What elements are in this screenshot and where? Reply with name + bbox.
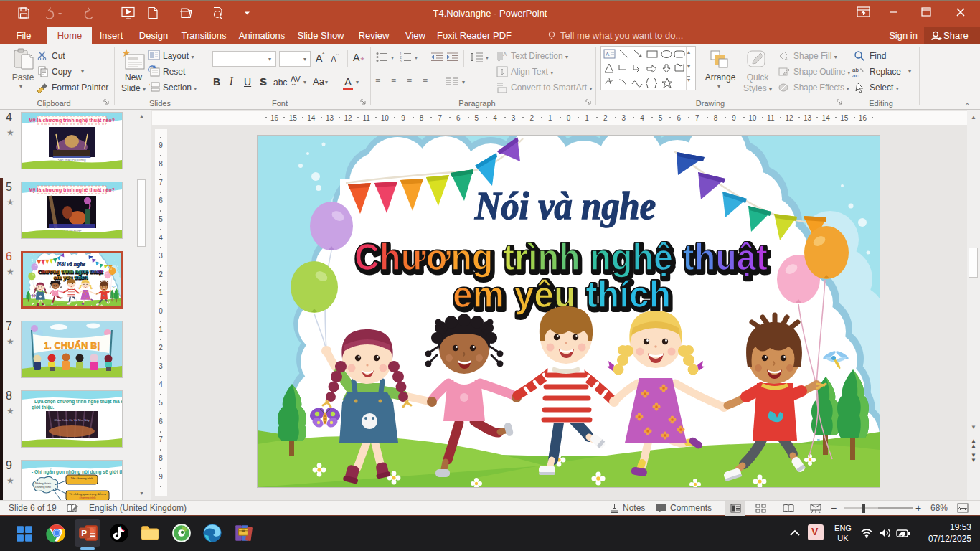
svg-text:Chương trình nghệ thuật: Chương trình nghệ thuật xyxy=(354,236,768,278)
svg-text:3: 3 xyxy=(400,59,402,62)
svg-text:1. CHUẨN BỊ: 1. CHUẨN BỊ xyxy=(44,340,100,351)
svg-text:Những thành: Những thành xyxy=(35,482,51,485)
svg-text:Mỹ là chương trình nghệ thuật: Mỹ là chương trình nghệ thuật nào? xyxy=(29,187,115,193)
svg-text:Tên chương trình: Tên chương trình xyxy=(70,476,93,480)
svg-text:- Ghi ngắn gọn những nội dung: - Ghi ngắn gọn những nội dung sẽ giới th… xyxy=(32,468,122,475)
svg-text:P: P xyxy=(81,528,87,537)
svg-text:ac: ac xyxy=(852,72,858,77)
svg-text:- Lựa chọn chương trình nghệ t: - Lựa chọn chương trình nghệ thuật mà em… xyxy=(32,399,122,405)
svg-text:giới thiệu.: giới thiệu. xyxy=(32,405,55,410)
svg-text:chương trình: chương trình xyxy=(35,486,51,489)
svg-text:A: A xyxy=(503,51,507,57)
svg-text:A: A xyxy=(606,51,610,57)
svg-text:Nói và nghe: Nói và nghe xyxy=(474,184,656,227)
svg-text:chương trình: chương trình xyxy=(79,496,95,499)
svg-text:Mỹ là chương trình nghệ thuật: Mỹ là chương trình nghệ thuật nào? xyxy=(29,118,115,123)
svg-text:Chào Xuân Hạ Và Như Này: Chào Xuân Hạ Và Như Này xyxy=(54,418,89,422)
